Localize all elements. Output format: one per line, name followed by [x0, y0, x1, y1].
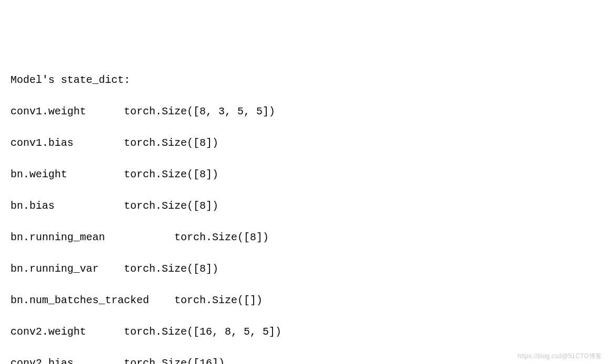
pad: [105, 231, 174, 243]
param-size: torch.Size([8]): [174, 231, 269, 243]
param-size: torch.Size([16, 8, 5, 5]): [124, 326, 281, 338]
pad: [99, 263, 124, 275]
pad: [86, 326, 124, 338]
state-dict-row: conv2.bias torch.Size([16]): [11, 356, 597, 364]
state-dict-row: bn.running_var torch.Size([8]): [11, 261, 597, 277]
param-key: conv2.weight: [11, 326, 86, 338]
pad: [149, 294, 174, 306]
param-size: torch.Size([16]): [124, 357, 225, 364]
state-dict-row: conv1.bias torch.Size([8]): [11, 135, 597, 151]
param-key: bn.num_batches_tracked: [11, 294, 149, 306]
param-key: bn.running_mean: [11, 231, 105, 243]
pad: [74, 357, 124, 364]
param-size: torch.Size([8]): [124, 263, 218, 275]
pad: [86, 105, 124, 117]
param-key: conv1.bias: [11, 137, 74, 149]
pad: [67, 168, 124, 180]
param-size: torch.Size([8]): [124, 137, 218, 149]
watermark-text: https://blog.csd@51CTO博客: [518, 351, 602, 361]
state-dict-row: bn.weight torch.Size([8]): [11, 167, 597, 183]
param-size: torch.Size([8, 3, 5, 5]): [124, 105, 275, 117]
param-size: torch.Size([8]): [124, 168, 218, 180]
param-size: torch.Size([8]): [124, 200, 218, 212]
state-dict-row: conv2.weight torch.Size([16, 8, 5, 5]): [11, 324, 597, 340]
state-dict-row: bn.bias torch.Size([8]): [11, 198, 597, 214]
param-size: torch.Size([]): [174, 294, 263, 306]
pad: [55, 200, 124, 212]
param-key: conv2.bias: [11, 357, 74, 364]
heading-model-state-dict: Model's state_dict:: [11, 72, 597, 88]
state-dict-row: conv1.weight torch.Size([8, 3, 5, 5]): [11, 104, 597, 120]
param-key: bn.running_var: [11, 263, 99, 275]
param-key: bn.bias: [11, 200, 55, 212]
param-key: conv1.weight: [11, 105, 86, 117]
pad: [74, 137, 124, 149]
param-key: bn.weight: [11, 168, 67, 180]
state-dict-row: bn.running_mean torch.Size([8]): [11, 230, 597, 245]
state-dict-row: bn.num_batches_tracked torch.Size([]): [11, 293, 597, 308]
